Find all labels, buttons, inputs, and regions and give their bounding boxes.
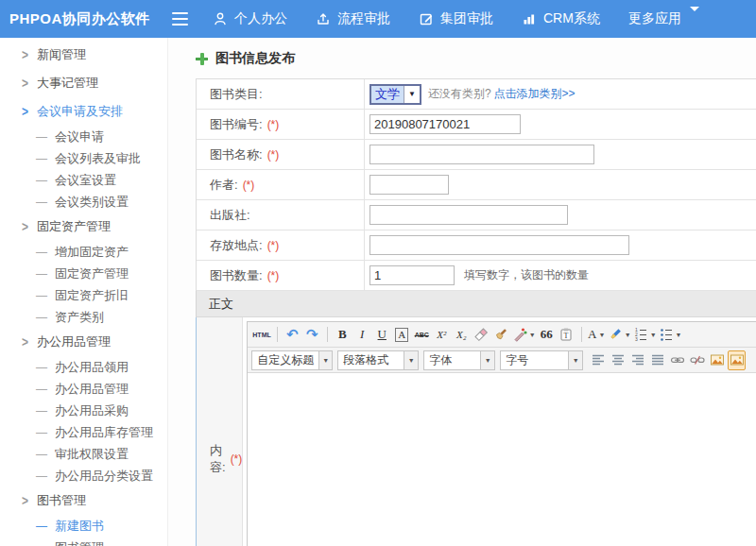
- chevron-down-icon: ▼: [318, 351, 332, 369]
- font-color-icon[interactable]: A▼: [588, 325, 606, 345]
- chevron-down-icon: ▼: [598, 332, 605, 338]
- ordered-list-icon[interactable]: 123▼: [633, 325, 657, 345]
- align-justify-icon[interactable]: [648, 350, 666, 370]
- highlight-icon[interactable]: ▼: [608, 325, 631, 345]
- book-name-input[interactable]: [369, 145, 594, 164]
- insert-image-icon[interactable]: [708, 350, 726, 370]
- align-left-icon[interactable]: [589, 350, 607, 370]
- nav-item-more-apps[interactable]: 更多应用: [628, 10, 699, 27]
- chevron-down-icon: ▼: [676, 332, 682, 338]
- bold-icon[interactable]: B: [334, 325, 352, 345]
- sidebar-item-label: 固定资产管理: [55, 265, 129, 282]
- sidebar-item-2-0[interactable]: —会议申请: [0, 126, 167, 147]
- font-family-combo[interactable]: 字体▼: [423, 350, 495, 370]
- hamburger-menu-icon[interactable]: [172, 12, 188, 26]
- sidebar-group-label: 图书管理: [37, 492, 86, 509]
- chevron-right-icon: >: [22, 334, 28, 350]
- editor-content-area[interactable]: [248, 373, 756, 546]
- dash-icon: —: [36, 174, 47, 187]
- sidebar-item-3-2[interactable]: —固定资产折旧: [0, 284, 167, 306]
- sidebar-item-4-5[interactable]: —办公用品分类设置: [0, 465, 167, 486]
- eraser-icon[interactable]: [472, 325, 490, 345]
- storage-location-input[interactable]: [369, 235, 629, 255]
- form-value-publisher: [365, 205, 756, 225]
- redo-icon[interactable]: ↷: [303, 325, 321, 345]
- sidebar-group-2[interactable]: >会议申请及安排: [0, 97, 167, 126]
- sidebar-item-4-1[interactable]: —办公用品管理: [0, 378, 167, 400]
- dash-icon: —: [36, 311, 47, 324]
- sidebar-item-3-3[interactable]: —资产类别: [0, 306, 167, 328]
- sidebar-item-5-0[interactable]: —新建图书: [0, 515, 167, 537]
- rich-text-editor: HTML↶↷BIUAABCX²X₂▼66TA▼▼123▼▼ 自定义标题▼段落格式…: [247, 321, 756, 546]
- book-number-input[interactable]: [369, 114, 521, 134]
- italic-icon[interactable]: I: [353, 325, 371, 345]
- sidebar-group-0[interactable]: >新闻管理: [0, 41, 167, 69]
- unlink-icon[interactable]: [688, 350, 706, 370]
- sidebar-item-2-2[interactable]: —会议室设置: [0, 169, 167, 191]
- content-label: 内容:: [210, 442, 226, 476]
- unordered-list-icon[interactable]: ▼: [659, 325, 682, 345]
- editor-toolbar-row2: 自定义标题▼段落格式▼字体▼字号▼: [248, 348, 756, 373]
- nav-label: 流程审批: [337, 10, 390, 27]
- dash-icon: —: [36, 404, 47, 418]
- image-manager-icon[interactable]: [728, 350, 746, 370]
- sidebar-item-3-0[interactable]: —增加固定资产: [0, 241, 167, 263]
- align-center-icon[interactable]: [609, 350, 627, 370]
- html-source-button[interactable]: HTML: [252, 325, 270, 345]
- sidebar-item-2-1[interactable]: —会议列表及审批: [0, 147, 167, 169]
- format-brush-icon[interactable]: [492, 325, 510, 345]
- book-quantity-input[interactable]: [369, 265, 455, 285]
- sidebar-item-label: 会议室设置: [55, 172, 116, 189]
- publisher-input[interactable]: [369, 205, 568, 225]
- sidebar-item-label: 办公用品管理: [55, 381, 129, 398]
- blockquote-icon[interactable]: 66: [538, 325, 556, 345]
- sidebar-item-3-1[interactable]: —固定资产管理: [0, 263, 167, 284]
- form-label-publisher: 出版社:: [197, 200, 365, 230]
- nav-item-group-approval[interactable]: 集团审批: [419, 10, 493, 27]
- sidebar-item-4-2[interactable]: —办公用品采购: [0, 400, 167, 421]
- nav-item-crm-system[interactable]: CRM系统: [522, 10, 600, 27]
- sidebar-item-4-4[interactable]: —审批权限设置: [0, 443, 167, 465]
- link-icon[interactable]: [668, 350, 686, 370]
- toolbar-separator: [277, 327, 278, 342]
- chevron-down-icon: ▼: [625, 332, 631, 338]
- paragraph-format-combo[interactable]: 段落格式▼: [337, 350, 419, 370]
- category-select[interactable]: 文学▼: [369, 84, 421, 105]
- page-title-text: 图书信息发布: [215, 50, 295, 67]
- sidebar-group-5[interactable]: >图书管理: [0, 486, 167, 515]
- superscript-icon[interactable]: X²: [433, 325, 451, 345]
- nav-item-process-approval[interactable]: 流程审批: [316, 10, 390, 27]
- auto-typeset-icon[interactable]: ▼: [512, 325, 536, 345]
- font-size-combo[interactable]: 字号▼: [500, 350, 583, 370]
- subscript-icon[interactable]: X₂: [453, 325, 471, 345]
- strikethrough-icon[interactable]: ABC: [413, 325, 431, 345]
- sidebar-item-5-1[interactable]: —图书管理: [0, 537, 167, 546]
- required-mark: (*): [267, 269, 280, 282]
- sidebar-group-3[interactable]: >固定资产管理: [0, 213, 167, 241]
- undo-icon[interactable]: ↶: [284, 325, 301, 345]
- sidebar-item-label: 办公用品分类设置: [55, 468, 153, 485]
- sidebar-item-4-3[interactable]: —办公用品库存管理: [0, 421, 167, 443]
- field-label: 图书名称:: [210, 146, 263, 163]
- sidebar-group-1[interactable]: >大事记管理: [0, 69, 167, 97]
- add-category-link[interactable]: 点击添加类别>>: [494, 86, 576, 102]
- toolbar-separator: [327, 327, 328, 342]
- char-border-icon[interactable]: A: [393, 325, 411, 345]
- top-navigation: 个人办公流程审批集团审批CRM系统更多应用: [213, 10, 699, 27]
- svg-text:T: T: [564, 332, 569, 340]
- sidebar-item-label: 办公用品领用: [55, 359, 129, 376]
- edit-icon: [419, 11, 434, 26]
- sidebar-item-2-3[interactable]: —会议类别设置: [0, 191, 167, 213]
- sidebar-item-label: 会议类别设置: [55, 194, 129, 211]
- paste-text-icon[interactable]: T: [558, 325, 576, 345]
- author-input[interactable]: [369, 175, 449, 195]
- dash-icon: —: [36, 541, 47, 546]
- sidebar-item-4-0[interactable]: —办公用品领用: [0, 356, 167, 378]
- align-right-icon[interactable]: [628, 350, 646, 370]
- dash-icon: —: [36, 289, 47, 302]
- underline-icon[interactable]: U: [373, 325, 391, 345]
- sidebar-group-4[interactable]: >办公用品管理: [0, 328, 167, 356]
- form-row-book-number: 图书编号:(*): [197, 110, 756, 140]
- heading-style-combo[interactable]: 自定义标题▼: [251, 350, 333, 370]
- nav-item-personal-office[interactable]: 个人办公: [213, 10, 287, 27]
